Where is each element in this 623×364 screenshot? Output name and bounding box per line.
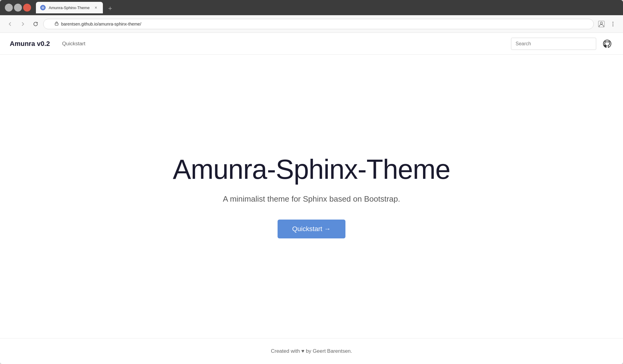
close-button[interactable]: [23, 4, 31, 12]
hero-title: Amunra-Sphinx-Theme: [173, 154, 450, 185]
refresh-button[interactable]: [30, 19, 41, 29]
svg-point-5: [613, 25, 614, 26]
svg-point-4: [613, 23, 614, 24]
account-button[interactable]: [596, 19, 607, 29]
tab-bar: Amunra-Sphinx-Theme × +: [31, 2, 619, 13]
browser-window: Amunra-Sphinx-Theme × + barentsen.github…: [0, 0, 623, 364]
forward-button[interactable]: [18, 19, 28, 29]
toolbar-icons: [596, 19, 618, 29]
hero-section: Amunra-Sphinx-Theme A minimalist theme f…: [0, 55, 623, 338]
title-bar: Amunra-Sphinx-Theme × +: [0, 0, 623, 15]
site-footer: Created with ♥ by Geert Barentsen.: [0, 338, 623, 364]
tab-close-button[interactable]: ×: [93, 5, 99, 10]
hero-subtitle: A minimalist theme for Sphinx based on B…: [223, 194, 400, 204]
nav-quickstart[interactable]: Quickstart: [62, 41, 86, 47]
site-logo: Amunra v0.2: [10, 40, 50, 48]
site-nav: Amunra v0.2 Quickstart: [0, 33, 623, 55]
search-input[interactable]: [511, 38, 596, 50]
tab-favicon: [40, 5, 46, 10]
svg-rect-0: [55, 23, 58, 25]
github-button[interactable]: [601, 38, 613, 50]
address-bar[interactable]: barentsen.github.io/amunra-sphinx-theme/: [43, 19, 594, 29]
more-options-button[interactable]: [608, 19, 618, 29]
footer-text: Created with ♥ by Geert Barentsen.: [6, 348, 617, 354]
svg-point-3: [613, 22, 614, 23]
tab-title: Amunra-Sphinx-Theme: [49, 5, 90, 10]
minimize-button[interactable]: [5, 4, 13, 12]
quickstart-button[interactable]: Quickstart →: [278, 220, 345, 238]
maximize-button[interactable]: [14, 4, 22, 12]
window-controls: [4, 4, 31, 12]
site-nav-right: [511, 38, 613, 50]
new-tab-button[interactable]: +: [105, 4, 115, 13]
site-nav-links: Quickstart: [62, 41, 511, 47]
website-content: Amunra v0.2 Quickstart Amunra-Sphinx-The…: [0, 33, 623, 364]
url-text: barentsen.github.io/amunra-sphinx-theme/: [61, 22, 589, 26]
toolbar: barentsen.github.io/amunra-sphinx-theme/: [0, 15, 623, 33]
back-button[interactable]: [5, 19, 15, 29]
lock-icon: [54, 21, 59, 26]
active-tab[interactable]: Amunra-Sphinx-Theme ×: [36, 2, 103, 13]
